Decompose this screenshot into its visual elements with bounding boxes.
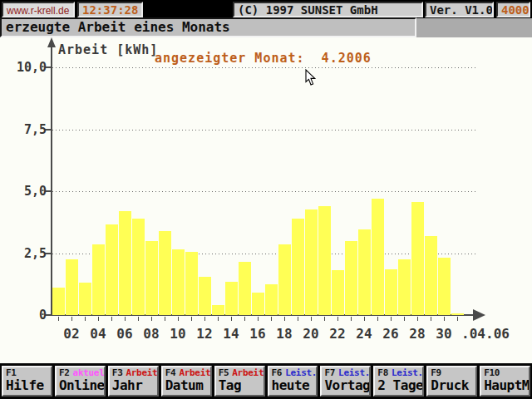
fkey-button-f3[interactable]: F3ArbeitJahr — [108, 366, 159, 397]
bar-day-27 — [398, 259, 411, 315]
displayed-month-label: angezeigter Monat: 4.2006 — [155, 51, 372, 66]
fkey-button-f9[interactable]: F9Druck — [426, 366, 477, 397]
site-link[interactable]: www.r-krell.de — [2, 2, 75, 17]
fkey-button-f1[interactable]: F1Hilfe — [2, 366, 52, 397]
y-tick-label: 7,5 — [10, 122, 47, 137]
x-tick-day-23 — [351, 317, 352, 321]
bar-day-12 — [199, 277, 211, 315]
x-axis-month-label: .04.06 — [459, 326, 512, 342]
x-tick-day-5 — [111, 317, 112, 321]
chart-plot: Arbeit [kWh] angezeigter Monat: 4.2006 .… — [0, 37, 532, 363]
x-tick-day-11 — [191, 317, 192, 321]
bar-day-15 — [239, 262, 251, 315]
bar-day-1 — [52, 288, 65, 315]
page-title: erzeugte Arbeit eines Monats — [0, 17, 416, 37]
app-window: www.r-krell.de 12:37:28 (C) 1997 SUNSET … — [0, 0, 532, 399]
x-tick-day-6 — [125, 317, 126, 321]
fkey-label: Jahr — [112, 378, 157, 393]
gridline-5,0 — [52, 191, 478, 192]
x-tick-day-18 — [284, 317, 285, 321]
bar-day-13 — [212, 305, 224, 315]
fkey-button-f4[interactable]: F4ArbeitDatum — [161, 366, 212, 397]
y-tick-label: 10,0 — [10, 60, 47, 75]
x-tick-label: 14 — [216, 326, 246, 342]
bar-day-7 — [132, 219, 145, 315]
bar-day-5 — [106, 224, 118, 315]
x-tick-day-8 — [151, 317, 152, 321]
x-tick-day-22 — [337, 317, 338, 321]
x-tick-label: 22 — [323, 326, 352, 342]
copyright-label: (C) 1997 SUNSET GmbH — [233, 2, 423, 17]
fkey-button-f6[interactable]: F6Leist.heute — [268, 366, 318, 397]
bar-day-6 — [119, 211, 131, 315]
fkey-label: heute — [272, 378, 317, 393]
bar-day-8 — [145, 241, 158, 315]
bar-day-10 — [172, 249, 185, 315]
x-tick-label: 06 — [110, 326, 140, 342]
version-label: Ver. V1.0k — [425, 2, 494, 17]
bar-day-17 — [265, 284, 278, 315]
x-tick-day-9 — [165, 317, 165, 321]
y-axis-line — [51, 46, 52, 315]
x-tick-day-27 — [404, 317, 405, 321]
fkey-label: Vortag — [324, 378, 369, 393]
fkey-button-f7[interactable]: F7Leist.Vortag — [320, 366, 371, 397]
x-tick-label: 18 — [269, 326, 299, 342]
x-tick-day-14 — [231, 317, 232, 321]
fkey-label: HauptM — [484, 378, 529, 393]
fkey-button-f5[interactable]: F5ArbeitTag — [214, 366, 265, 397]
bar-day-3 — [79, 283, 91, 315]
x-tick-day-24 — [364, 317, 365, 321]
bar-day-28 — [411, 202, 424, 315]
x-tick-day-1 — [58, 317, 59, 321]
bar-day-19 — [292, 219, 304, 315]
x-axis-arrow-icon — [473, 309, 485, 321]
x-tick-day-19 — [298, 317, 298, 321]
x-tick-label: 26 — [376, 326, 406, 342]
bar-day-2 — [66, 259, 78, 315]
bar-day-11 — [185, 252, 198, 315]
x-tick-day-16 — [258, 317, 259, 321]
bar-day-18 — [278, 244, 291, 315]
bar-day-25 — [372, 199, 384, 315]
fkey-label: 2 Tage — [377, 378, 422, 393]
fkey-button-f10[interactable]: F10HauptM — [480, 366, 530, 397]
x-tick-day-13 — [218, 317, 219, 321]
x-tick-label: 20 — [296, 326, 326, 342]
bar-day-16 — [252, 293, 264, 315]
bar-day-4 — [92, 244, 105, 315]
y-tick-label: 0 — [10, 308, 47, 323]
fkey-button-f2[interactable]: F2aktuellOnline — [55, 366, 106, 397]
x-tick-day-20 — [311, 317, 312, 321]
function-key-bar: F1HilfeF2aktuellOnlineF3ArbeitJahrF4Arbe… — [0, 363, 532, 399]
x-tick-label: 28 — [402, 326, 432, 342]
header-filler — [416, 18, 532, 37]
bar-day-14 — [225, 282, 238, 315]
x-tick-day-29 — [431, 317, 431, 321]
x-tick-label: 12 — [190, 326, 219, 342]
fkey-label: Druck — [431, 378, 475, 393]
x-tick-day-25 — [377, 317, 378, 321]
fkey-label: Online — [59, 378, 104, 393]
x-tick-label: 24 — [349, 326, 379, 342]
y-tick-label: 5,0 — [10, 184, 47, 199]
bar-day-30 — [438, 258, 451, 315]
x-tick-day-28 — [417, 317, 418, 321]
bar-day-21 — [318, 206, 331, 315]
x-tick-day-7 — [138, 317, 139, 321]
gridline-7,5 — [52, 130, 478, 131]
x-tick-label: 30 — [429, 326, 459, 342]
bar-day-29 — [425, 236, 437, 315]
bar-day-22 — [332, 270, 344, 315]
fkey-button-f8[interactable]: F8Leist.2 Tage — [373, 366, 424, 397]
x-tick-label: 02 — [57, 326, 86, 342]
x-tick-day-15 — [244, 317, 245, 321]
x-tick-day-17 — [271, 317, 272, 321]
bar-day-9 — [159, 231, 171, 315]
device-id-label: 4000 — [496, 2, 530, 17]
x-tick-day-31 — [457, 317, 458, 321]
bar-day-24 — [358, 229, 371, 315]
fkey-label: Datum — [165, 378, 210, 393]
x-tick-day-3 — [85, 317, 86, 321]
bar-day-20 — [305, 209, 318, 315]
